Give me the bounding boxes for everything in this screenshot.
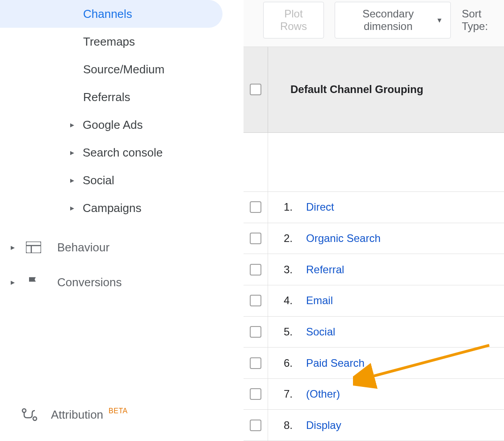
channel-link-email[interactable]: Email [306, 294, 333, 307]
caret-right-icon [11, 277, 19, 287]
sidebar-section-conversions[interactable]: Conversions [0, 265, 244, 300]
summary-row [244, 133, 504, 192]
row-number: 3. [284, 263, 306, 276]
sidebar-item-label: Campaigns [83, 201, 142, 215]
sidebar-item-campaigns[interactable]: Campaigns [0, 194, 244, 222]
sidebar-item-label: Google Ads [83, 118, 143, 132]
row-checkbox[interactable] [250, 420, 261, 431]
caret-right-icon [70, 148, 83, 157]
button-label: Secondary dimension [344, 8, 433, 33]
sidebar-item-label: Treemaps [83, 35, 135, 49]
row-number: 5. [284, 326, 306, 338]
table-header-row: Default Channel Grouping [244, 47, 504, 133]
sort-type-label: Sort Type: [462, 8, 504, 33]
row-checkbox[interactable] [250, 264, 261, 276]
row-checkbox[interactable] [250, 326, 261, 338]
row-number: 2. [284, 232, 306, 245]
secondary-dimension-dropdown[interactable]: Secondary dimension [335, 2, 451, 38]
channel-link-referral[interactable]: Referral [306, 263, 344, 276]
table-row: 5. Social [244, 317, 504, 348]
sidebar-item-label: Attribution [51, 408, 103, 422]
sidebar-item-social[interactable]: Social [0, 166, 244, 194]
table-row: 7. (Other) [244, 379, 504, 410]
table-row: 4. Email [244, 285, 504, 317]
channel-link-organic-search[interactable]: Organic Search [306, 232, 381, 245]
channel-link-other[interactable]: (Other) [306, 388, 340, 400]
column-header-channel-grouping[interactable]: Default Channel Grouping [268, 47, 504, 132]
select-all-cell[interactable] [244, 47, 268, 132]
main-content: Plot Rows Secondary dimension Sort Type:… [244, 0, 504, 441]
sidebar-item-label: Channels [83, 7, 132, 21]
row-number: 8. [284, 419, 306, 432]
svg-point-4 [33, 417, 37, 420]
sidebar-section-label: Behaviour [57, 241, 109, 254]
sidebar-item-google-ads[interactable]: Google Ads [0, 111, 244, 139]
plot-rows-button[interactable]: Plot Rows [263, 2, 324, 38]
row-number: 1. [284, 201, 306, 213]
channel-link-display[interactable]: Display [306, 419, 341, 432]
caret-right-icon [70, 175, 83, 185]
select-all-checkbox[interactable] [250, 84, 261, 95]
table-row: 2. Organic Search [244, 223, 504, 254]
sidebar-item-label: Social [83, 174, 114, 187]
row-checkbox[interactable] [250, 233, 261, 244]
channel-link-direct[interactable]: Direct [306, 201, 334, 213]
sidebar-item-attribution[interactable]: Attribution BETA [0, 399, 244, 430]
button-label: Plot Rows [273, 8, 315, 33]
attribution-icon [21, 408, 38, 421]
toolbar: Plot Rows Secondary dimension Sort Type: [244, 0, 504, 47]
sidebar: Channels Treemaps Source/Medium Referral… [0, 0, 244, 441]
column-header-label: Default Channel Grouping [290, 83, 423, 96]
caret-right-icon [11, 242, 19, 252]
sidebar-section-label: Conversions [57, 276, 122, 289]
table-row: 3. Referral [244, 254, 504, 285]
row-checkbox[interactable] [250, 357, 261, 369]
channel-link-social[interactable]: Social [306, 326, 335, 338]
row-number: 7. [284, 388, 306, 400]
table-row: 6. Paid Search [244, 348, 504, 379]
row-number: 4. [284, 294, 306, 307]
row-checkbox[interactable] [250, 201, 261, 213]
sidebar-item-treemaps[interactable]: Treemaps [0, 28, 244, 55]
sidebar-item-channels[interactable]: Channels [0, 0, 223, 28]
table-row: 8. Display [244, 410, 504, 441]
svg-rect-0 [26, 242, 41, 253]
sidebar-item-label: Source/Medium [83, 63, 164, 76]
row-number: 6. [284, 357, 306, 369]
sidebar-item-source-medium[interactable]: Source/Medium [0, 55, 244, 83]
svg-point-3 [22, 409, 26, 412]
row-checkbox[interactable] [250, 295, 261, 306]
sidebar-item-search-console[interactable]: Search console [0, 139, 244, 166]
channel-link-paid-search[interactable]: Paid Search [306, 357, 365, 369]
table-row: 1. Direct [244, 192, 504, 223]
behaviour-icon [22, 242, 45, 253]
sidebar-section-behaviour[interactable]: Behaviour [0, 230, 244, 265]
sidebar-item-label: Search console [83, 146, 163, 160]
sidebar-item-label: Referrals [83, 90, 130, 104]
row-checkbox[interactable] [250, 388, 261, 400]
caret-right-icon [70, 203, 83, 213]
beta-badge: BETA [109, 407, 128, 415]
chevron-down-icon [437, 15, 441, 25]
caret-right-icon [70, 120, 83, 130]
sidebar-item-referrals[interactable]: Referrals [0, 83, 244, 111]
flag-icon [22, 276, 45, 289]
